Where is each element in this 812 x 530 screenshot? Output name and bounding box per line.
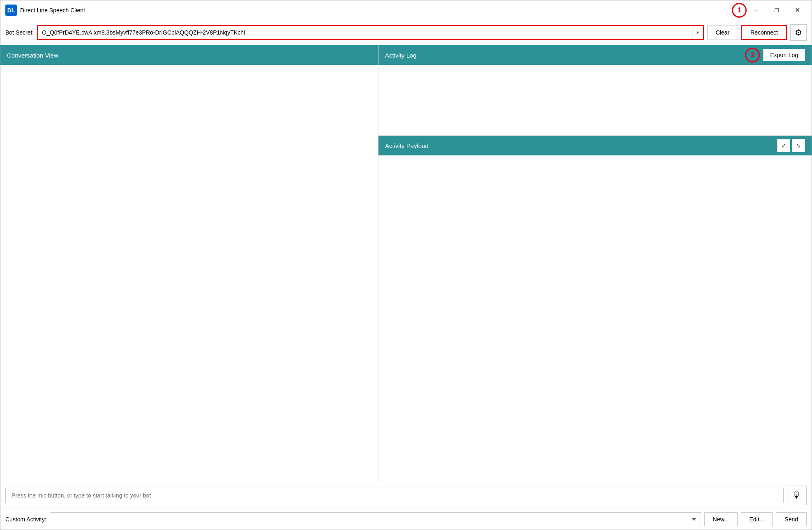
bot-secret-label: Bot Secret: <box>5 29 34 36</box>
activity-payload-body[interactable] <box>378 155 812 482</box>
expand-icon: ⤢ <box>781 142 786 149</box>
app-icon: DL <box>5 5 17 16</box>
bot-secret-input[interactable] <box>38 26 692 39</box>
custom-activity-label: Custom Activity: <box>5 516 46 523</box>
activity-payload-panel: Activity Payload ⤢ ⤡ <box>378 136 812 482</box>
right-panel: Activity Log 2 Export Log Activity Paylo… <box>378 45 812 482</box>
badge-2: 2 <box>745 48 760 62</box>
maximize-button[interactable]: □ <box>767 4 786 17</box>
export-log-button[interactable]: Export Log <box>763 49 805 61</box>
conversation-body[interactable] <box>0 65 378 482</box>
new-button[interactable]: New... <box>704 512 738 526</box>
reconnect-button[interactable]: Reconnect <box>741 25 787 40</box>
payload-expand-buttons: ⤢ ⤡ <box>777 139 805 152</box>
message-input[interactable] <box>5 488 784 503</box>
custom-activity-select[interactable] <box>50 512 701 526</box>
payload-expand-button[interactable]: ⤢ <box>777 139 790 152</box>
send-button[interactable]: Send <box>776 512 807 526</box>
window-controls: − □ ✕ <box>747 4 807 17</box>
main-content: Conversation View Activity Log 2 Export … <box>0 45 812 482</box>
collapse-icon: ⤡ <box>796 142 801 149</box>
mic-button[interactable]: 🎙 <box>787 486 807 505</box>
activity-payload-title: Activity Payload <box>385 142 429 149</box>
activity-log-header: Activity Log 2 Export Log <box>378 45 812 65</box>
custom-activity-row: Custom Activity: New... Edit... Send <box>0 509 812 530</box>
app-window: DL Direct Line Speech Client 1 − □ ✕ Bot… <box>0 0 812 530</box>
badge-1: 1 <box>732 3 747 18</box>
app-title: Direct Line Speech Client <box>20 7 729 14</box>
bot-secret-input-wrapper: ▾ <box>37 25 704 40</box>
activity-log-panel: Activity Log 2 Export Log <box>378 45 812 136</box>
close-button[interactable]: ✕ <box>788 4 807 17</box>
mic-row: 🎙 <box>0 482 812 509</box>
conversation-panel: Conversation View <box>0 45 378 482</box>
bottom-area: 🎙 Custom Activity: New... Edit... Send <box>0 482 812 530</box>
bot-secret-dropdown-arrow[interactable]: ▾ <box>692 26 703 39</box>
minimize-button[interactable]: − <box>747 4 766 17</box>
activity-log-body[interactable] <box>378 65 812 135</box>
clear-button[interactable]: Clear <box>707 25 738 39</box>
conversation-title: Conversation View <box>7 52 58 59</box>
edit-button[interactable]: Edit... <box>741 512 773 526</box>
payload-collapse-button[interactable]: ⤡ <box>792 139 805 152</box>
mic-icon: 🎙 <box>792 490 801 501</box>
settings-button[interactable]: ⚙ <box>790 24 807 41</box>
gear-icon: ⚙ <box>795 28 802 37</box>
title-bar: DL Direct Line Speech Client 1 − □ ✕ <box>0 0 812 20</box>
bot-secret-row: Bot Secret: ▾ Clear Reconnect ⚙ <box>0 20 812 45</box>
activity-log-title: Activity Log <box>385 52 417 59</box>
conversation-header: Conversation View <box>0 45 378 65</box>
activity-payload-header: Activity Payload ⤢ ⤡ <box>378 136 812 155</box>
